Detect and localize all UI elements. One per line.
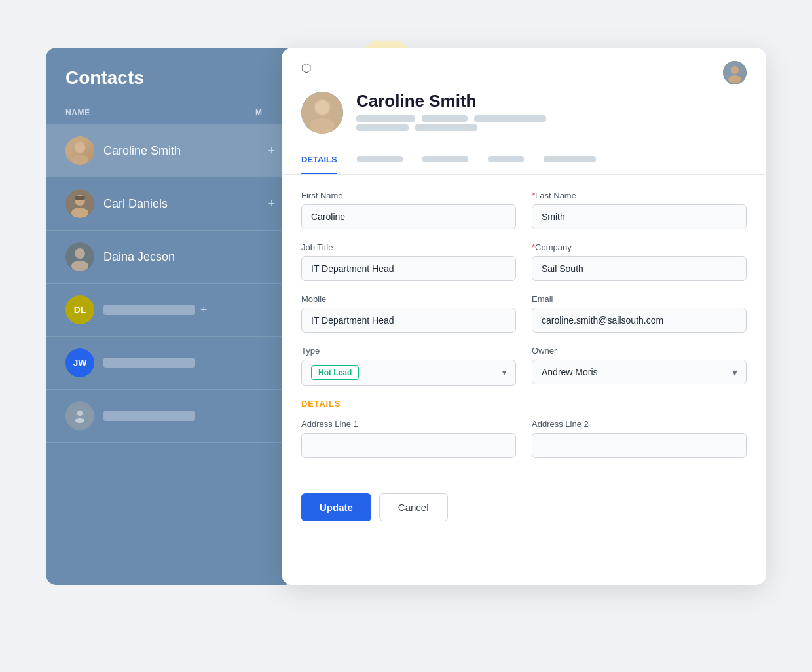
svg-point-17	[310, 118, 335, 134]
input-email[interactable]	[532, 308, 747, 333]
input-mobile[interactable]	[301, 308, 516, 333]
tab-5[interactable]	[544, 144, 596, 174]
contact-row-dl[interactable]: DL +	[46, 284, 295, 337]
tab-3[interactable]	[422, 144, 468, 174]
form-row-address: Address Line 1 Address Line 2	[301, 419, 747, 458]
label-email: Email	[532, 294, 747, 304]
svg-point-10	[77, 411, 83, 416]
header-placeholders-row2	[356, 124, 546, 131]
form-group-type: Type Hot Lead ▾	[301, 346, 516, 386]
select-owner[interactable]: Andrew Moris	[532, 360, 747, 384]
input-address1[interactable]	[301, 433, 516, 458]
avatar-jw: JW	[65, 348, 94, 377]
form-row-mobile: Mobile Email	[301, 294, 747, 333]
form-row-name: First Name *Last Name	[301, 191, 747, 229]
owner-select-wrapper: Andrew Moris	[532, 360, 747, 384]
cancel-button[interactable]: Cancel	[379, 493, 448, 521]
contact-row-jw[interactable]: JW	[46, 337, 295, 390]
contact-name-carl: Carl Daniels	[103, 197, 263, 211]
form-row-jobtitle: Job Title *Company	[301, 242, 747, 281]
type-dropdown-arrow: ▾	[502, 368, 506, 377]
label-address2: Address Line 2	[532, 419, 747, 429]
sidebar-title: Contacts	[46, 67, 295, 102]
contact-row-placeholder[interactable]	[46, 390, 295, 443]
label-owner: Owner	[532, 346, 747, 356]
form-row-type: Type Hot Lead ▾ Owner Andrew Moris	[301, 346, 747, 386]
tab-placeholder-3	[422, 156, 468, 162]
avatar-placeholder	[65, 401, 94, 430]
svg-point-18	[315, 100, 329, 115]
form-group-jobtitle: Job Title	[301, 242, 516, 281]
tab-placeholder-5	[544, 156, 596, 162]
contact-add-dl[interactable]: +	[200, 303, 208, 317]
contact-row-daina[interactable]: Daina Jecson	[46, 231, 295, 284]
form-group-address1: Address Line 1	[301, 419, 516, 458]
svg-point-5	[71, 208, 88, 218]
placeholder-1	[356, 115, 415, 122]
input-firstname[interactable]	[301, 204, 516, 229]
form-group-address2: Address Line 2	[532, 419, 747, 458]
contact-add-caroline[interactable]: +	[268, 144, 275, 158]
contact-name-jw-placeholder	[103, 358, 195, 368]
contact-row-caroline[interactable]: Caroline Smith +	[46, 124, 295, 177]
contact-row-carl[interactable]: Carl Daniels +	[46, 177, 295, 231]
type-field[interactable]: Hot Lead ▾	[301, 360, 516, 386]
svg-point-8	[75, 248, 85, 259]
input-lastname[interactable]	[532, 204, 747, 229]
input-company[interactable]	[532, 256, 747, 281]
avatar-carl	[65, 189, 94, 218]
form-group-email: Email	[532, 294, 747, 333]
label-company: *Company	[532, 242, 747, 252]
avatar-dl: DL	[65, 295, 94, 324]
form-group-mobile: Mobile	[301, 294, 516, 333]
form-group-company: *Company	[532, 242, 747, 281]
svg-point-2	[75, 142, 85, 153]
detail-panel: ⬡ Caroline Smith	[282, 48, 766, 585]
contact-main-name: Caroline Smith	[356, 91, 546, 111]
tab-2[interactable]	[357, 144, 403, 174]
contact-name-caroline: Caroline Smith	[103, 144, 263, 158]
col-name-header: NAME	[65, 108, 255, 117]
form-group-owner: Owner Andrew Moris	[532, 346, 747, 386]
tab-details[interactable]: DETAILS	[301, 145, 337, 174]
panel-header: ⬡	[282, 48, 766, 84]
contact-name-daina: Daina Jecson	[103, 250, 275, 264]
label-address1: Address Line 1	[301, 419, 516, 429]
avatar-caroline	[65, 136, 94, 165]
tab-placeholder-4	[488, 156, 524, 162]
sidebar-header: NAME M	[46, 102, 295, 124]
placeholder-3	[474, 115, 546, 122]
user-avatar-small	[723, 61, 747, 84]
contact-name-last-placeholder	[103, 411, 195, 421]
hot-lead-badge: Hot Lead	[311, 365, 359, 380]
app-container: Contacts NAME M Caroline Smith +	[46, 41, 766, 631]
contact-add-carl[interactable]: +	[268, 197, 275, 211]
tab-placeholder-2	[357, 156, 403, 162]
button-row: Update Cancel	[282, 487, 766, 521]
form-group-lastname: *Last Name	[532, 191, 747, 229]
input-jobtitle[interactable]	[301, 256, 516, 281]
avatar-daina	[65, 242, 94, 271]
tabs: DETAILS	[282, 144, 766, 175]
col-m-header: M	[255, 108, 275, 117]
contact-main-avatar	[301, 92, 343, 134]
sidebar: Contacts NAME M Caroline Smith +	[46, 48, 295, 585]
header-placeholders-row1	[356, 115, 546, 122]
label-type: Type	[301, 346, 516, 356]
svg-rect-6	[75, 196, 85, 200]
tab-4[interactable]	[488, 144, 524, 174]
placeholder-2	[422, 115, 468, 122]
expand-icon[interactable]: ⬡	[301, 61, 312, 75]
contact-header: Caroline Smith	[282, 84, 766, 134]
label-lastname: *Last Name	[532, 191, 747, 200]
section-label-details: DETAILS	[301, 399, 747, 409]
placeholder-5	[415, 124, 477, 131]
input-address2[interactable]	[532, 433, 747, 458]
svg-point-1	[71, 155, 88, 165]
update-button[interactable]: Update	[301, 493, 371, 521]
label-jobtitle: Job Title	[301, 242, 516, 252]
svg-point-9	[71, 261, 88, 271]
form-group-firstname: First Name	[301, 191, 516, 229]
contact-name-dl-placeholder	[103, 305, 195, 315]
svg-point-14	[728, 75, 741, 83]
